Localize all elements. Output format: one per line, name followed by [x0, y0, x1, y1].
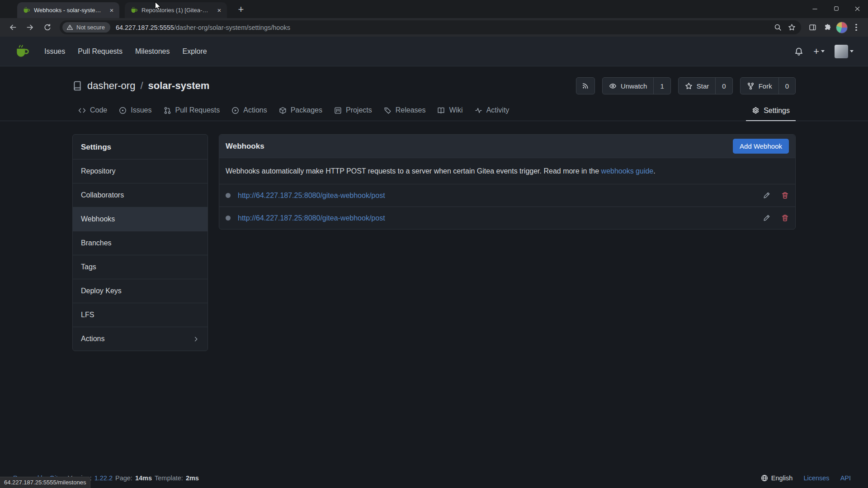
language-selector[interactable]: English — [761, 474, 793, 482]
tab-label: Projects — [346, 106, 372, 114]
nav-link-pull-requests[interactable]: Pull Requests — [71, 47, 129, 56]
extensions-icon[interactable] — [821, 21, 834, 34]
sidebar-item-webhooks[interactable]: Webhooks — [73, 207, 208, 231]
warning-icon — [66, 24, 73, 31]
gitea-page: Issues Pull Requests Milestones Explore … — [0, 37, 868, 488]
api-link[interactable]: API — [840, 474, 851, 482]
sidebar-item-collaborators[interactable]: Collaborators — [73, 183, 208, 207]
tab-pull-requests[interactable]: Pull Requests — [158, 102, 226, 121]
browser-tab-repositories[interactable]: Repositories (1) [Gitea-Organiz × — [125, 2, 227, 18]
browser-tab-webhooks[interactable]: Webhooks - solar-system - Gite × — [17, 2, 119, 18]
gitea-favicon-icon — [23, 6, 30, 14]
sidebar-item-label: Repository — [81, 167, 115, 175]
tab-settings[interactable]: Settings — [746, 102, 796, 121]
tab-issues[interactable]: Issues — [113, 102, 157, 121]
webhooks-guide-link[interactable]: webhooks guide — [601, 167, 654, 175]
sidebar-item-label: Deploy Keys — [81, 287, 122, 295]
browser-profile-avatar[interactable] — [836, 22, 848, 33]
tab-label: Settings — [764, 107, 790, 115]
tab-close-icon[interactable]: × — [108, 6, 116, 14]
forward-button[interactable] — [23, 20, 38, 35]
delete-trash-icon[interactable] — [781, 192, 789, 199]
tab-label: Pull Requests — [175, 106, 220, 114]
close-button[interactable] — [847, 0, 868, 17]
browser-tab-strip: Webhooks - solar-system - Gite × Reposit… — [0, 0, 868, 18]
tab-title: Webhooks - solar-system - Gite — [34, 7, 104, 14]
tab-label: Releases — [396, 106, 426, 114]
watch-count[interactable]: 1 — [653, 78, 670, 94]
address-bar[interactable]: Not secure 64.227.187.25:5555/dasher-org… — [60, 20, 801, 34]
side-panel-icon[interactable] — [806, 21, 819, 34]
description-text: . — [653, 167, 655, 175]
rss-button[interactable] — [576, 77, 595, 94]
maximize-button[interactable] — [826, 0, 847, 17]
notifications-bell-icon[interactable] — [794, 47, 803, 56]
tab-releases[interactable]: Releases — [378, 102, 432, 121]
sidebar-item-actions[interactable]: Actions — [73, 327, 208, 351]
licenses-link[interactable]: Licenses — [803, 474, 829, 482]
edit-pencil-icon[interactable] — [763, 214, 770, 222]
tab-label: Wiki — [449, 106, 462, 114]
star-count[interactable]: 0 — [715, 78, 732, 94]
minimize-button[interactable] — [804, 0, 826, 17]
back-button[interactable] — [5, 20, 20, 35]
not-secure-chip[interactable]: Not secure — [62, 22, 110, 33]
fork-count[interactable]: 0 — [778, 78, 795, 94]
tab-label: Activity — [486, 106, 509, 114]
reload-button[interactable] — [40, 20, 55, 35]
fork-button[interactable]: Fork 0 — [740, 77, 796, 94]
gitea-navbar: Issues Pull Requests Milestones Explore … — [0, 37, 868, 66]
create-new-dropdown[interactable]: + — [813, 47, 825, 56]
nav-link-explore[interactable]: Explore — [176, 47, 213, 56]
package-icon — [279, 107, 287, 114]
sidebar-item-branches[interactable]: Branches — [73, 231, 208, 255]
webhook-url-link[interactable]: http://64.227.187.25:8080/gitea-webhook/… — [238, 192, 385, 200]
new-tab-button[interactable]: + — [234, 3, 248, 17]
nav-link-issues[interactable]: Issues — [38, 47, 71, 56]
user-menu-dropdown[interactable] — [835, 45, 854, 58]
gitea-logo[interactable] — [14, 44, 30, 59]
bookmark-star-icon[interactable] — [788, 23, 796, 31]
panel-title: Webhooks — [226, 142, 264, 151]
webhook-row: http://64.227.187.25:8080/gitea-webhook/… — [219, 184, 795, 206]
user-avatar — [835, 45, 848, 58]
webhooks-description: Webhooks automatically make HTTP POST re… — [219, 158, 795, 184]
repo-owner-link[interactable]: dasher-org — [87, 80, 135, 92]
add-webhook-button[interactable]: Add Webhook — [733, 139, 789, 154]
tab-label: Issues — [131, 106, 151, 114]
sidebar-item-label: Webhooks — [81, 215, 115, 223]
pulse-icon — [475, 107, 482, 114]
webhook-url-link[interactable]: http://64.227.187.25:8080/gitea-webhook/… — [238, 214, 385, 222]
star-button[interactable]: Star 0 — [678, 77, 733, 94]
unwatch-button[interactable]: Unwatch 1 — [602, 77, 671, 94]
sidebar-item-deploy-keys[interactable]: Deploy Keys — [73, 279, 208, 303]
repo-name-link[interactable]: solar-system — [148, 80, 210, 92]
tab-label: Packages — [291, 106, 322, 114]
delete-trash-icon[interactable] — [781, 214, 789, 222]
settings-sidebar: Settings Repository Collaborators Webhoo… — [72, 134, 208, 351]
security-label: Not secure — [76, 24, 105, 31]
tab-activity[interactable]: Activity — [469, 102, 515, 121]
tab-close-icon[interactable]: × — [215, 6, 223, 14]
tab-projects[interactable]: Projects — [328, 102, 378, 121]
tab-label: Code — [90, 106, 107, 114]
gitea-footer: Powered by Gitea Version: 1.22.2 Page: 1… — [0, 474, 868, 488]
book-icon — [437, 107, 445, 114]
window-controls — [804, 0, 868, 17]
description-text: Webhooks automatically make HTTP POST re… — [226, 167, 601, 175]
tab-actions[interactable]: Actions — [226, 102, 273, 121]
sidebar-item-repository[interactable]: Repository — [73, 159, 208, 183]
zoom-icon[interactable] — [774, 23, 782, 31]
nav-link-milestones[interactable]: Milestones — [129, 47, 176, 56]
browser-menu-icon[interactable] — [850, 21, 863, 34]
gitea-favicon-icon — [130, 6, 138, 14]
edit-pencil-icon[interactable] — [763, 192, 770, 199]
tab-packages[interactable]: Packages — [273, 102, 328, 121]
page-time-value: 14ms — [135, 474, 152, 482]
tab-wiki[interactable]: Wiki — [431, 102, 468, 121]
tab-code[interactable]: Code — [72, 102, 113, 121]
url-text: 64.227.187.25:5555/dasher-org/solar-syst… — [116, 24, 774, 31]
version-link[interactable]: 1.22.2 — [94, 474, 113, 482]
sidebar-item-lfs[interactable]: LFS — [73, 303, 208, 327]
sidebar-item-tags[interactable]: Tags — [73, 255, 208, 279]
